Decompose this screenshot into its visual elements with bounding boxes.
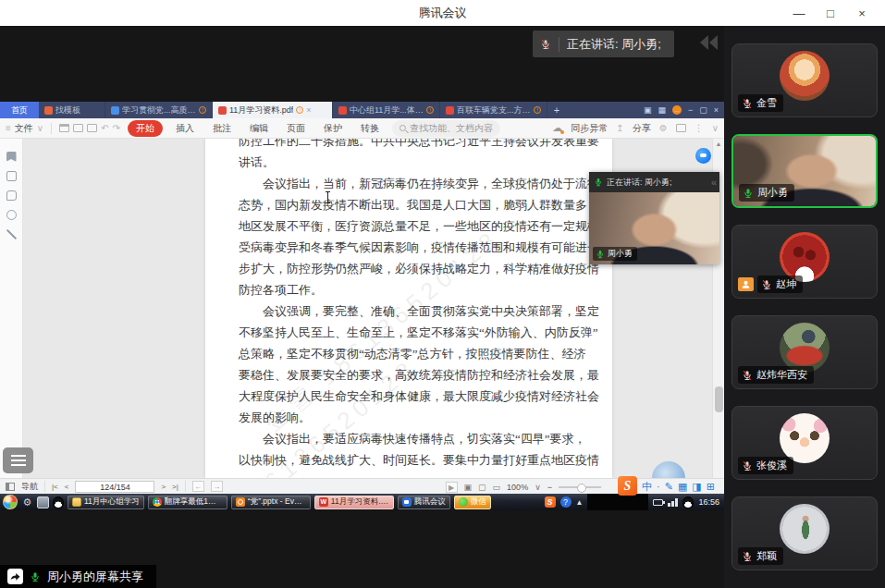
overlay-speaking-text: 正在讲话: 周小勇; (607, 177, 707, 189)
active-mic-icon (594, 178, 603, 187)
ime-punct-icon: · (657, 480, 660, 493)
tray-qq-icon (682, 496, 694, 508)
next-page-button: > (161, 483, 166, 491)
participant-name: 赵炜华西安 (756, 368, 807, 382)
tab-docer: 找模板 (39, 102, 105, 118)
muted-mic-icon (742, 98, 753, 109)
pdf-icon (218, 106, 227, 115)
search-icon (399, 125, 406, 131)
wps-minimize-icon: − (688, 105, 693, 115)
tencent-meeting-icon (402, 497, 412, 507)
participant-name: 金雪 (756, 96, 777, 110)
windows-taskbar: ⚙ 11月中心组学习 翻牌享最低1折开... “党”.pptx - Every.… (0, 494, 724, 510)
participant-tile-zhaowei[interactable]: 赵炜华西安 (731, 315, 878, 389)
divider (559, 37, 559, 52)
name-pill: 周小勇 (739, 184, 794, 202)
zoom-dropdown-icon: ∨ (535, 483, 541, 492)
ribbon-tab-insert: 插入 (170, 122, 200, 135)
zoom-slider (559, 486, 601, 488)
search-input: 查找功能、文档内容 (392, 120, 500, 137)
document-area: 金雪 186136520128 金雪 186136520128 防控工作的二十条… (0, 139, 724, 478)
bookmark-icon (6, 152, 17, 162)
page-indicator: 124/154 (75, 481, 154, 493)
share-label: 分享 (633, 122, 651, 135)
file-menu: ≡ 文件 ∨ (6, 122, 43, 135)
document-line: 防控工作的二十条措施。中共中央总书记习近平主持会议并发表重要 (239, 139, 579, 152)
everything-icon (236, 497, 245, 507)
start-button-icon (3, 495, 18, 509)
ime-lang-icon: 中 (642, 480, 652, 493)
document-line: 态势，国内新发疫情不断出现。我国是人口大国，脆弱人群数量多， (239, 194, 579, 215)
undo-icon: ↶ (101, 123, 108, 133)
warning-badge-icon: ! (534, 106, 541, 114)
muted-mic-icon (742, 551, 753, 562)
scroll-up-icon: ▲ (713, 141, 724, 147)
document-line: 地区发展不平衡，医疗资源总量不足，一些地区的疫情还有一定规模。 (239, 215, 579, 237)
rewind-arrows-icon (694, 28, 723, 57)
participant-tile-zhaokun[interactable]: 赵坤 (731, 225, 878, 299)
navigation-panel-icon (6, 483, 15, 491)
participant-name: 郑颖 (756, 549, 777, 563)
workspace-icon: ▣ (644, 105, 652, 115)
wps-toolbar: ≡ 文件 ∨ ↶ ↷ 开始 插入 批注 编辑 页面 保护 转换 (0, 118, 724, 139)
document-line: 讲话。 (239, 152, 579, 173)
outline-icon (6, 171, 17, 181)
muted-mic-icon (742, 370, 753, 381)
single-page-layout-icon: ▣ (464, 483, 473, 492)
speaking-banner: 正在讲话: 周小勇; (533, 31, 674, 57)
print-icon (87, 124, 97, 132)
taskbar-chrome-button: 翻牌享最低1折开... (148, 496, 227, 509)
participant-tile-zhangjunxi[interactable]: 张俊溪 (731, 406, 878, 480)
wps-tab-bar: 首页 找模板 学习贯彻党...高质量发展 ! 11月学习资料.pdf ! × (0, 102, 724, 118)
wps-close-icon: × (714, 105, 719, 115)
attachment-icon (6, 210, 17, 220)
quicklaunch-gear-icon: ⚙ (21, 496, 33, 508)
minimize-button[interactable]: — (783, 0, 815, 26)
input-method-toolbar: S 中 · ✎ ▦ ◨ ⊞ (618, 476, 715, 496)
collapse-ribbon-icon: ∨ (712, 123, 719, 133)
warning-badge-icon: ! (296, 106, 303, 114)
folder-icon (72, 497, 81, 507)
avatar (780, 413, 830, 463)
wechat-icon (459, 497, 468, 507)
system-tray: S ? ▲ 16:56 (545, 494, 721, 510)
close-button[interactable]: × (846, 0, 878, 26)
overlay-name-pill: 周小勇 (593, 247, 637, 261)
ribbon-tab-home-active: 开始 (128, 120, 163, 137)
document-text: 防控工作的二十条措施。中共中央总书记习近平主持会议并发表重要 讲话。 会议指出，… (239, 139, 579, 471)
tab-november-pdf-active: 11月学习资料.pdf ! × (213, 102, 333, 118)
participant-tile-zhouxiaoyong[interactable]: 周小勇 (731, 134, 878, 208)
avatar (780, 51, 830, 101)
more-menu-icon: … (672, 105, 682, 115)
participant-tile-zhengying[interactable]: 郑颖 (731, 496, 878, 570)
muted-mic-icon (761, 279, 772, 290)
document-line: 会议强调，要完整、准确、全面贯彻落实党中央决策部署，坚定 (239, 300, 579, 322)
document-line: 发展的影响。 (239, 407, 579, 428)
muted-mic-icon (742, 460, 753, 472)
document-line: 以快制快，避免战线扩大、时间延长。要集中力量打好重点地区疫情 (239, 449, 579, 471)
covered-region (587, 494, 648, 510)
warning-badge-icon: ! (199, 106, 206, 114)
play-slideshow-icon: ▶ (446, 482, 458, 493)
tray-expand-icon: ▲ (576, 498, 584, 507)
meeting-stage: 正在讲话: 周小勇; 首页 找模板 学习贯彻党...高质量发展 ! (0, 26, 724, 588)
taskbar-folder-button: 11月中心组学习 (68, 496, 144, 509)
host-badge-icon (738, 277, 754, 291)
participant-name: 赵坤 (776, 277, 796, 291)
tab-close-icon: × (306, 105, 311, 115)
maximize-button[interactable]: □ (815, 0, 846, 26)
taskbar-everything-button: “党”.pptx - Every... (231, 496, 311, 509)
last-page-button: >| (172, 483, 178, 491)
navigation-label: 导航 (21, 481, 38, 493)
document-line: 会议指出，要适应病毒快速传播特点，切实落实“四早”要求， (239, 428, 579, 449)
document-line: 要稳住、发展要安全的要求，高效统筹疫情防控和经济社会发展，最 (239, 364, 579, 386)
scrollbar-thumb (715, 386, 723, 412)
text-cursor (325, 191, 331, 203)
participant-tile-jinxue[interactable]: 金雪 (731, 43, 878, 117)
zoom-level: 100% (507, 483, 528, 492)
fit-width-layout-icon: ▭ (493, 483, 501, 492)
gear-icon: ⚙ (659, 123, 668, 133)
pen-icon (6, 229, 17, 239)
chevron-down-icon: ∨ (37, 123, 43, 133)
open-folder-icon (59, 124, 69, 132)
